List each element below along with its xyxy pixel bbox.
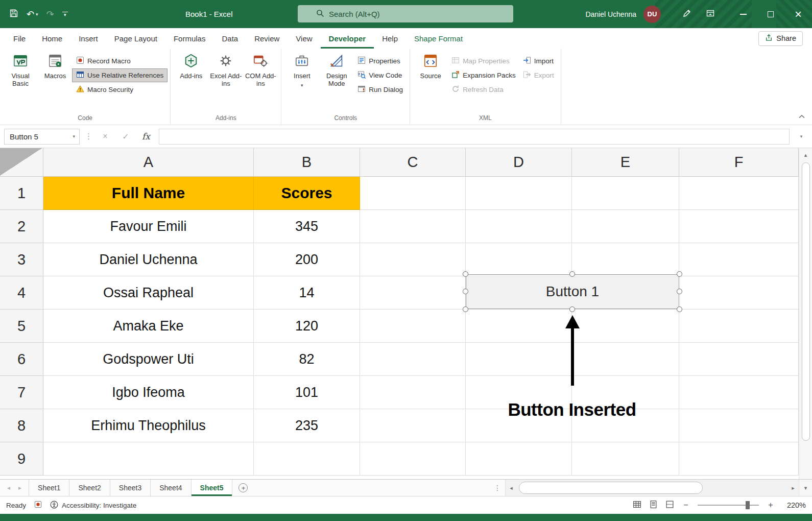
ribbon-tab-help[interactable]: Help xyxy=(374,28,406,49)
cell[interactable] xyxy=(466,310,572,343)
cell[interactable] xyxy=(360,343,466,376)
scroll-left-icon[interactable]: ◂ xyxy=(506,485,517,491)
avatar[interactable]: DU xyxy=(643,6,661,23)
column-header-f[interactable]: F xyxy=(679,148,799,177)
addins-button[interactable]: Add-ins xyxy=(174,50,208,80)
ribbon-tab-formulas[interactable]: Formulas xyxy=(165,28,214,49)
selection-handle[interactable] xyxy=(677,306,682,312)
use-relative-references-button[interactable]: Use Relative References xyxy=(73,69,167,82)
selection-handle[interactable] xyxy=(463,289,468,294)
cell[interactable] xyxy=(466,243,572,276)
search-box[interactable]: Search (Alt+Q) xyxy=(298,5,513,22)
vertical-scrollbar[interactable]: ▴ xyxy=(799,148,812,479)
sheet-tab-sheet4[interactable]: Sheet4 xyxy=(151,480,191,496)
zoom-level[interactable]: 220% xyxy=(782,501,806,509)
cell-b3[interactable]: 200 xyxy=(254,243,360,276)
expand-formula-bar-button[interactable]: ▾ xyxy=(795,134,808,139)
ribbon-tab-data[interactable]: Data xyxy=(213,28,246,49)
run-dialog-button[interactable]: Run Dialog xyxy=(354,83,407,96)
zoom-slider[interactable] xyxy=(698,505,759,506)
cell[interactable] xyxy=(360,276,466,310)
cell-b5[interactable]: 120 xyxy=(254,310,360,343)
maximize-button[interactable] xyxy=(757,0,784,28)
cell-a5[interactable]: Amaka Eke xyxy=(43,310,254,343)
visual-basic-button[interactable]: Visual Basic xyxy=(3,50,38,87)
ribbon-tab-page-layout[interactable]: Page Layout xyxy=(106,28,165,49)
cell-b7[interactable]: 101 xyxy=(254,376,360,409)
selection-handle[interactable] xyxy=(463,306,468,312)
cell[interactable] xyxy=(466,442,572,476)
selection-handle[interactable] xyxy=(569,306,575,312)
cell[interactable] xyxy=(360,310,466,343)
customize-qat-button[interactable]: ▾ xyxy=(62,12,68,17)
vertical-scrollbar-thumb[interactable] xyxy=(802,162,810,441)
cell[interactable] xyxy=(43,442,254,476)
cell-a6[interactable]: Godspower Uti xyxy=(43,343,254,376)
ribbon-tab-home[interactable]: Home xyxy=(34,28,70,49)
row-header-6[interactable]: 6 xyxy=(0,343,43,376)
macro-security-button[interactable]: Macro Security xyxy=(73,83,167,96)
com-addins-button[interactable]: COM Add-ins xyxy=(243,50,278,87)
row-header-4[interactable]: 4 xyxy=(0,276,43,310)
row-header-9[interactable]: 9 xyxy=(0,442,43,476)
scroll-right-icon[interactable]: ▸ xyxy=(787,485,799,491)
selection-handle[interactable] xyxy=(677,289,682,294)
zoom-out-button[interactable]: − xyxy=(682,501,690,510)
close-button[interactable]: × xyxy=(784,0,812,28)
selection-handle[interactable] xyxy=(463,271,468,277)
collapse-ribbon-button[interactable] xyxy=(799,111,805,121)
sheet-tab-sheet3[interactable]: Sheet3 xyxy=(110,480,151,496)
cell[interactable] xyxy=(360,210,466,243)
page-layout-view-button[interactable] xyxy=(649,500,658,510)
cell[interactable] xyxy=(360,442,466,476)
next-sheet-button[interactable]: ▸ xyxy=(18,484,21,491)
ribbon-tab-review[interactable]: Review xyxy=(246,28,288,49)
form-button-button1[interactable]: Button 1 xyxy=(466,274,679,309)
tab-splitter-handle[interactable]: ⋮ xyxy=(490,480,505,496)
normal-view-button[interactable] xyxy=(633,500,641,510)
cell[interactable] xyxy=(679,442,799,476)
cell-b6[interactable]: 82 xyxy=(254,343,360,376)
cell[interactable] xyxy=(360,376,466,409)
cell-a8[interactable]: Erhimu Theophilus xyxy=(43,409,254,442)
cell[interactable] xyxy=(466,343,572,376)
sheet-tab-sheet2[interactable]: Sheet2 xyxy=(69,480,110,496)
selection-handle[interactable] xyxy=(569,271,575,277)
row-header-2[interactable]: 2 xyxy=(0,210,43,243)
column-header-b[interactable]: B xyxy=(254,148,360,177)
row-header-1[interactable]: 1 xyxy=(0,177,43,210)
expansion-packs-button[interactable]: Expansion Packs xyxy=(448,69,519,82)
page-break-preview-button[interactable] xyxy=(665,500,674,510)
cell[interactable] xyxy=(679,310,799,343)
cell[interactable] xyxy=(679,210,799,243)
cell-b1[interactable]: Scores xyxy=(254,177,360,210)
cell-a1[interactable]: Full Name xyxy=(43,177,254,210)
ink-button[interactable] xyxy=(675,0,699,28)
zoom-slider-thumb[interactable] xyxy=(746,501,750,509)
cell[interactable] xyxy=(679,409,799,442)
macros-button[interactable]: Macros xyxy=(38,50,73,80)
cell-b4[interactable]: 14 xyxy=(254,276,360,310)
cell[interactable] xyxy=(572,243,679,276)
macro-recording-button[interactable] xyxy=(34,501,42,510)
ribbon-tab-view[interactable]: View xyxy=(288,28,320,49)
column-header-d[interactable]: D xyxy=(466,148,572,177)
cell-a3[interactable]: Daniel Uchenna xyxy=(43,243,254,276)
ribbon-display-options-button[interactable] xyxy=(699,0,722,28)
minimize-button[interactable] xyxy=(729,0,757,28)
cell-a2[interactable]: Favour Emili xyxy=(43,210,254,243)
zoom-in-button[interactable]: + xyxy=(767,501,775,510)
column-header-e[interactable]: E xyxy=(572,148,679,177)
cell[interactable] xyxy=(572,210,679,243)
cell[interactable] xyxy=(679,177,799,210)
row-header-7[interactable]: 7 xyxy=(0,376,43,409)
design-mode-button[interactable]: Design Mode xyxy=(319,50,354,87)
cell[interactable] xyxy=(254,442,360,476)
record-macro-button[interactable]: Record Macro xyxy=(73,55,167,67)
cell[interactable] xyxy=(360,409,466,442)
ribbon-tab-insert[interactable]: Insert xyxy=(70,28,106,49)
horizontal-scrollbar-thumb[interactable] xyxy=(519,482,703,494)
cell[interactable] xyxy=(679,276,799,310)
scroll-down-button[interactable]: ▾ xyxy=(799,480,812,496)
cell[interactable] xyxy=(466,210,572,243)
